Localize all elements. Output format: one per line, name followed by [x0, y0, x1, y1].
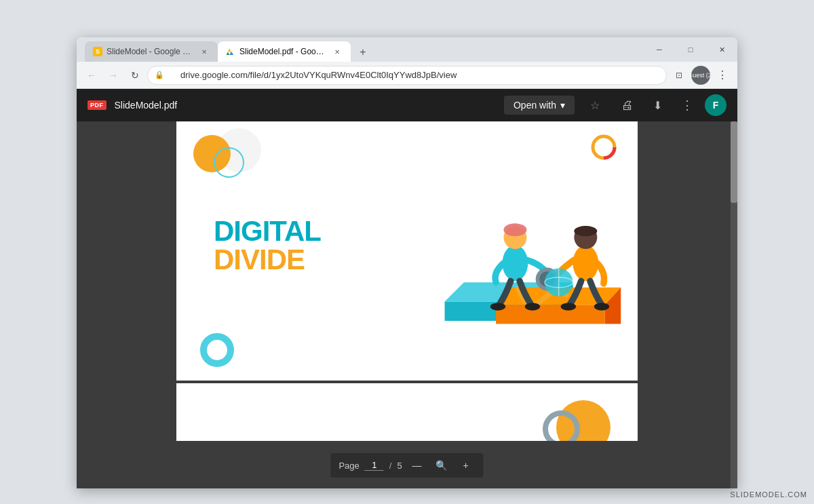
pdf-page-1: DIGITAL DIVIDE	[176, 121, 638, 381]
download-button[interactable]: ⬇	[645, 93, 670, 117]
svg-marker-0	[227, 52, 230, 55]
pdf-page-2-partial	[176, 383, 638, 441]
print-icon: 🖨	[621, 98, 634, 113]
pdf-badge: PDF	[88, 100, 106, 110]
minimize-button[interactable]: ─	[644, 37, 675, 62]
tab-slides-close[interactable]: ✕	[199, 46, 210, 57]
close-button[interactable]: ✕	[706, 37, 737, 62]
star-icon: ☆	[590, 99, 600, 112]
page-content: DIGITAL DIVIDE	[176, 121, 638, 381]
tab-search-button[interactable]: ⊡	[670, 66, 689, 85]
svg-marker-8	[496, 305, 605, 324]
svg-point-22	[594, 303, 610, 310]
print-button[interactable]: 🖨	[615, 93, 640, 117]
url-text: drive.google.com/file/d/1yx2UtoVYKquRWnv…	[168, 66, 457, 85]
open-with-button[interactable]: Open with ▾	[504, 96, 575, 115]
profile-label: Guest (2)	[691, 72, 710, 79]
deco-donut-teal	[200, 333, 234, 367]
browser-menu-button[interactable]: ⋮	[713, 66, 732, 85]
drive-toolbar: PDF SlideModel.pdf Open with ▾ ☆ 🖨 ⬇ ⋮ F	[77, 89, 737, 121]
toolbar-actions: 🖨 ⬇ ⋮ F	[615, 93, 726, 117]
address-bar: ← → ↻ 🔒 drive.google.com/file/d/1yx2UtoV…	[77, 62, 737, 89]
download-icon: ⬇	[653, 99, 662, 112]
tab-drive[interactable]: SlideModel.pdf - Google Drive ✕	[218, 41, 351, 62]
tab-drive-favicon	[226, 47, 235, 56]
divide-word: DIVIDE	[214, 246, 321, 274]
page-separator: /	[389, 461, 392, 471]
address-input-container[interactable]: 🔒 drive.google.com/file/d/1yx2UtoVYKquRW…	[147, 66, 667, 85]
zoom-in-icon: +	[463, 460, 469, 471]
avatar-letter: F	[713, 100, 719, 111]
scrollbar-thumb[interactable]	[731, 121, 737, 203]
maximize-button[interactable]: □	[675, 37, 706, 62]
pagination-bar: Page / 5 — 🔍 +	[330, 453, 483, 478]
svg-point-13	[503, 223, 526, 236]
zoom-out-icon: —	[412, 460, 422, 471]
lock-icon: 🔒	[155, 71, 164, 79]
tab-drive-close[interactable]: ✕	[332, 46, 343, 57]
scrollbar-track[interactable]	[731, 121, 737, 488]
back-button[interactable]: ←	[82, 66, 101, 85]
drive-content: DIGITAL DIVIDE	[77, 121, 737, 488]
page-number-input[interactable]	[365, 460, 384, 471]
tab-slides-label: SlideModel - Google Slides	[106, 47, 195, 56]
star-button[interactable]: ☆	[583, 93, 607, 117]
tabs-area: S SlideModel - Google Slides ✕ SlideMode…	[82, 37, 372, 62]
zoom-in-button[interactable]: +	[457, 456, 476, 475]
headline-text: DIGITAL DIVIDE	[214, 217, 321, 274]
digital-word: DIGITAL	[214, 217, 321, 246]
watermark: SLIDEMODEL.COM	[730, 490, 807, 499]
zoom-out-button[interactable]: —	[408, 456, 427, 475]
forward-button[interactable]: →	[104, 66, 123, 85]
zoom-icon: 🔍	[435, 460, 447, 471]
page-total: 5	[397, 461, 402, 471]
deco-circle-outline-teal	[214, 147, 244, 178]
tab-slides[interactable]: S SlideModel - Google Slides ✕	[85, 41, 218, 62]
user-avatar[interactable]: F	[705, 94, 726, 116]
illustration-svg	[393, 135, 624, 366]
more-options-button[interactable]: ⋮	[675, 93, 699, 117]
new-tab-button[interactable]: +	[353, 43, 372, 62]
svg-marker-2	[228, 48, 231, 52]
more-icon: ⋮	[681, 98, 693, 113]
title-bar: S SlideModel - Google Slides ✕ SlideMode…	[77, 37, 737, 62]
svg-point-14	[490, 303, 506, 310]
svg-point-20	[574, 226, 597, 236]
tab-slides-favicon: S	[93, 47, 102, 56]
pdf-viewer: DIGITAL DIVIDE	[173, 121, 641, 488]
refresh-button[interactable]: ↻	[125, 66, 144, 85]
svg-marker-1	[229, 52, 233, 55]
open-with-dropdown-icon: ▾	[560, 100, 565, 111]
window-controls: ─ □ ✕	[644, 37, 737, 62]
profile-button[interactable]: Guest (2)	[691, 66, 710, 85]
svg-point-21	[561, 303, 577, 310]
zoom-fit-button[interactable]: 🔍	[432, 456, 451, 475]
browser-window: S SlideModel - Google Slides ✕ SlideMode…	[77, 37, 737, 488]
address-right-controls: ⊡ Guest (2) ⋮	[670, 66, 732, 85]
tab-drive-label: SlideModel.pdf - Google Drive	[239, 47, 328, 56]
svg-point-15	[525, 303, 541, 310]
file-title: SlideModel.pdf	[115, 100, 496, 111]
page-label: Page	[338, 461, 359, 471]
open-with-label: Open with	[513, 100, 556, 111]
